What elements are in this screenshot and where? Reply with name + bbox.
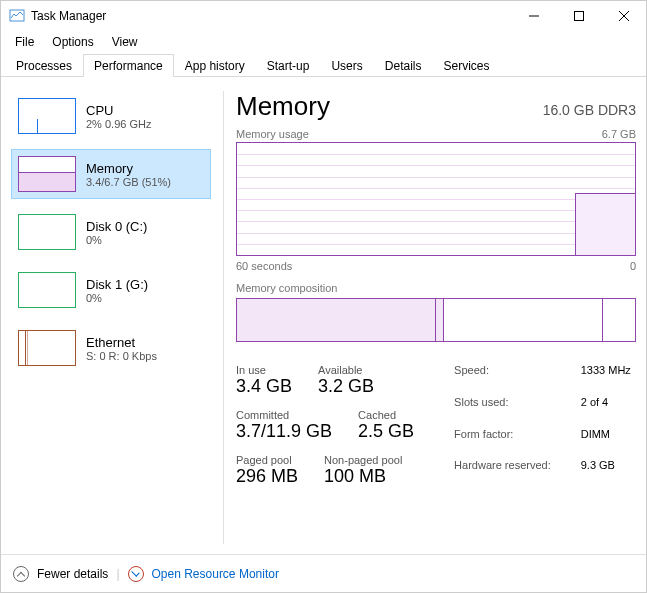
tab-details[interactable]: Details (374, 54, 433, 77)
resource-monitor-icon (128, 566, 144, 582)
titlebar: Task Manager (1, 1, 646, 31)
sidebar-cpu-sub: 2% 0.96 GHz (86, 118, 151, 130)
maximize-button[interactable] (556, 1, 601, 31)
cpu-thumbnail (18, 98, 76, 134)
tab-processes[interactable]: Processes (5, 54, 83, 77)
stat-committed-label: Committed (236, 409, 332, 421)
info-form-value: DIMM (581, 428, 631, 456)
axis-left-label: 60 seconds (236, 260, 292, 272)
menubar: File Options View (1, 31, 646, 53)
app-icon (9, 8, 25, 24)
stat-paged-value: 296 MB (236, 466, 298, 487)
sidebar: CPU 2% 0.96 GHz Memory 3.4/6.7 GB (51%) … (11, 91, 211, 544)
disk1-thumbnail (18, 272, 76, 308)
info-slots-key: Slots used: (454, 396, 551, 424)
sidebar-disk0-title: Disk 0 (C:) (86, 219, 147, 234)
page-title: Memory (236, 91, 330, 122)
stat-nonpaged-label: Non-paged pool (324, 454, 402, 466)
composition-free (603, 299, 635, 341)
sidebar-cpu-title: CPU (86, 103, 151, 118)
memory-usage-chart (236, 142, 636, 256)
stat-available-value: 3.2 GB (318, 376, 374, 397)
footer: Fewer details | Open Resource Monitor (1, 554, 646, 592)
info-speed-value: 1333 MHz (581, 364, 631, 392)
stat-paged-label: Paged pool (236, 454, 298, 466)
memory-info-table: Speed: 1333 MHz Slots used: 2 of 4 Form … (454, 364, 631, 487)
composition-standby (444, 299, 603, 341)
memory-composition-chart (236, 298, 636, 342)
stat-available-label: Available (318, 364, 374, 376)
stats-area: In use 3.4 GB Available 3.2 GB Committed… (236, 364, 636, 487)
tab-services[interactable]: Services (432, 54, 500, 77)
close-button[interactable] (601, 1, 646, 31)
menu-options[interactable]: Options (44, 33, 101, 51)
disk0-thumbnail (18, 214, 76, 250)
stat-committed-value: 3.7/11.9 GB (236, 421, 332, 442)
sidebar-disk0-sub: 0% (86, 234, 147, 246)
memory-thumbnail (18, 156, 76, 192)
ethernet-thumbnail (18, 330, 76, 366)
sidebar-item-ethernet[interactable]: Ethernet S: 0 R: 0 Kbps (11, 323, 211, 373)
tab-performance[interactable]: Performance (83, 54, 174, 77)
info-reserved-key: Hardware reserved: (454, 459, 551, 487)
menu-file[interactable]: File (7, 33, 42, 51)
main-panel: Memory 16.0 GB DDR3 Memory usage 6.7 GB … (236, 91, 636, 544)
sidebar-memory-title: Memory (86, 161, 171, 176)
sidebar-item-disk1[interactable]: Disk 1 (G:) 0% (11, 265, 211, 315)
sidebar-item-disk0[interactable]: Disk 0 (C:) 0% (11, 207, 211, 257)
sidebar-ethernet-title: Ethernet (86, 335, 157, 350)
stat-nonpaged-value: 100 MB (324, 466, 402, 487)
fewer-details-button[interactable]: Fewer details (37, 567, 108, 581)
content-area: CPU 2% 0.96 GHz Memory 3.4/6.7 GB (51%) … (1, 77, 646, 554)
info-form-key: Form factor: (454, 428, 551, 456)
minimize-button[interactable] (511, 1, 556, 31)
stat-cached-value: 2.5 GB (358, 421, 414, 442)
memory-total: 16.0 GB DDR3 (543, 102, 636, 118)
tab-users[interactable]: Users (320, 54, 373, 77)
window-title: Task Manager (31, 9, 511, 23)
usage-chart-label: Memory usage (236, 128, 309, 140)
stat-cached-label: Cached (358, 409, 414, 421)
composition-modified (436, 299, 444, 341)
composition-label: Memory composition (236, 282, 636, 294)
sidebar-ethernet-sub: S: 0 R: 0 Kbps (86, 350, 157, 362)
chevron-up-icon[interactable] (13, 566, 29, 582)
usage-chart-max: 6.7 GB (602, 128, 636, 140)
sidebar-item-cpu[interactable]: CPU 2% 0.96 GHz (11, 91, 211, 141)
sidebar-memory-sub: 3.4/6.7 GB (51%) (86, 176, 171, 188)
info-slots-value: 2 of 4 (581, 396, 631, 424)
info-speed-key: Speed: (454, 364, 551, 392)
footer-separator: | (116, 567, 119, 581)
vertical-divider (223, 91, 224, 544)
stat-in-use-label: In use (236, 364, 292, 376)
sidebar-disk1-title: Disk 1 (G:) (86, 277, 148, 292)
stat-in-use-value: 3.4 GB (236, 376, 292, 397)
open-resource-monitor-link[interactable]: Open Resource Monitor (152, 567, 279, 581)
tabbar: Processes Performance App history Start-… (1, 53, 646, 77)
menu-view[interactable]: View (104, 33, 146, 51)
tab-app-history[interactable]: App history (174, 54, 256, 77)
window-controls (511, 1, 646, 31)
tab-startup[interactable]: Start-up (256, 54, 321, 77)
info-reserved-value: 9.3 GB (581, 459, 631, 487)
axis-right-label: 0 (630, 260, 636, 272)
sidebar-disk1-sub: 0% (86, 292, 148, 304)
composition-in-use (237, 299, 436, 341)
sidebar-item-memory[interactable]: Memory 3.4/6.7 GB (51%) (11, 149, 211, 199)
svg-rect-2 (574, 12, 583, 21)
